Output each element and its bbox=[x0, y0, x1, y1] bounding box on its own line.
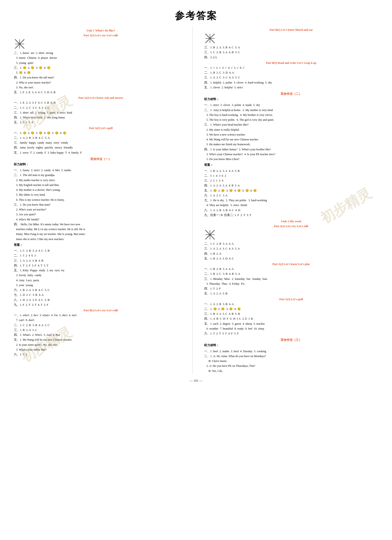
holiday1-listening-title: 听力材料： bbox=[12, 162, 190, 167]
partB3-content: 一、1. × 2. √ 3. × 4. √ 5. √ 6. √ 二、1. B 2… bbox=[202, 65, 380, 90]
holiday2-answer-title: 答案： bbox=[202, 163, 380, 167]
x-mark-2 bbox=[204, 33, 216, 44]
partA1-content: 二、1. know see 2. short strong 3. music C… bbox=[12, 51, 190, 95]
x-mark-3 bbox=[204, 229, 216, 240]
partA3-title: Part A(3) Let's spell bbox=[12, 126, 190, 130]
partB1-content: 一、1. who's 2. he's 3. what's 4. I'm 5. s… bbox=[12, 313, 190, 357]
holiday2-title: 双休作业（二） bbox=[202, 92, 380, 96]
unit2-title: Unit 2 My week bbox=[202, 220, 380, 223]
holiday3-title: 双休作业（三） bbox=[202, 338, 380, 342]
holiday2-answers: 一、1. B 2. A 3. A 4. A 5. B 二、5 1 4 3 6 2… bbox=[202, 169, 380, 218]
partB2-content: 三、1. B 2. A 3. B 4. C 5. A 三、1. C 2. B 3… bbox=[202, 45, 380, 60]
partA3-content: 一、1. 😊 2. 😊 3. 😟 4. 😊 5. 😊 6. 😟 二、1. A 2… bbox=[12, 131, 190, 155]
holiday3-listening: 一、1. beef 2. maths 3. feed 4. Tuesday 5.… bbox=[202, 349, 380, 374]
holiday2-listening: 一、1. strict 2. clever 3. polite 4. made … bbox=[202, 103, 380, 162]
right-column: Part B(2) Let's learn~Match and say 三、1.… bbox=[200, 27, 380, 375]
partA1-unit2-title: Part A(1) Let's try~Let's talk bbox=[202, 225, 380, 228]
page-number: — 101 — bbox=[12, 379, 380, 383]
holiday2-listening-title: 听力材料： bbox=[202, 97, 380, 102]
partB2-title: Part B(2) Let's learn~Match and say bbox=[202, 28, 380, 32]
partA2-unit2-content: 一、1. B 2. B 3. A 4. A 二、1. B 2. C 3. B 4… bbox=[202, 267, 380, 296]
partA1-title: Part A(1) Let's try~Let's talk bbox=[12, 34, 190, 37]
partA3-unit2-content: 一、1. A 2. B 3. B 4. A 二、1. 😊 2. 😊 3. 😟 4… bbox=[202, 302, 380, 336]
partA2-content: 一、1. E 2. A 3. F 4. C 5. B 6. D 二、1. C 2… bbox=[12, 100, 190, 125]
holiday3-listening-title: 听力材料： bbox=[202, 343, 380, 348]
partA2-unit2-title: Part A(2) Let's learn~Let's play bbox=[202, 262, 380, 266]
holiday1-title: 双休作业（一） bbox=[12, 157, 190, 161]
unit1-title: Unit 1 What's he like? bbox=[12, 29, 190, 32]
left-column: Unit 1 What's he like? Part A(1) Let's t… bbox=[12, 27, 193, 375]
x-mark-1 bbox=[14, 38, 25, 50]
partA2-title: Part A(2) Let's learn~Ask and answer bbox=[12, 96, 190, 100]
partA1-unit2-content: 二、1. C 2. B 3. A 4. A 三、1. A 2. A 3. C 4… bbox=[202, 241, 380, 261]
partB3-title: Part B(3) Read and write~Let's wrap it u… bbox=[202, 61, 380, 65]
holiday1-answer-title: 答案： bbox=[12, 243, 190, 247]
holiday1-answers: 一、1. C 2. B 3. A 4. C 5. B 二、1 5 2 4 6 3… bbox=[12, 248, 190, 307]
holiday1-listening: 一、1. funny 2. strict 3. candy 4. Mrs 5. … bbox=[12, 168, 190, 242]
partB1-title: Part B(1) Let's try~Let's talk bbox=[12, 309, 190, 312]
partA3-unit2-title: Part A(3) Let's spell bbox=[202, 298, 380, 301]
page-title: 参考答案 bbox=[12, 9, 380, 22]
